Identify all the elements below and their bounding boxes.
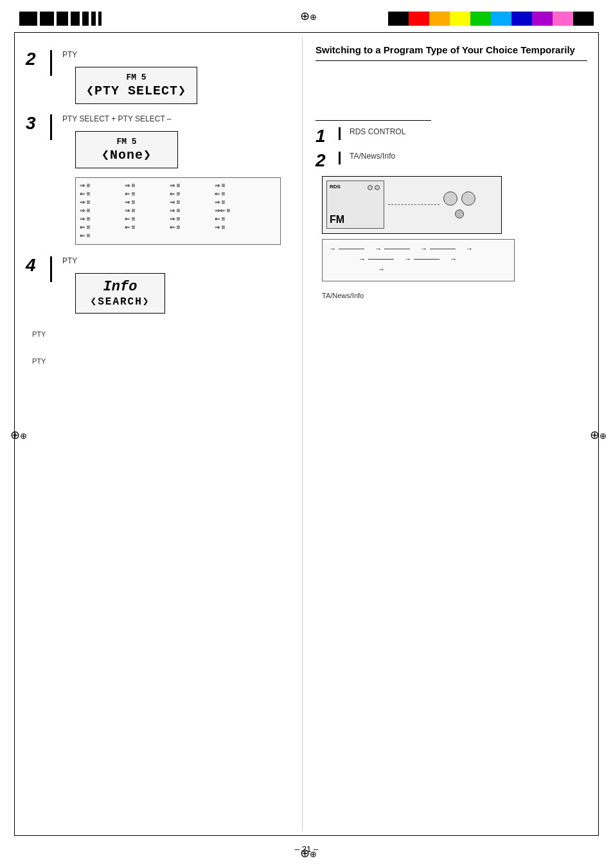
pty-cell-4d: ⇒⇐ ≡: [215, 207, 253, 214]
pty-cell-3b: ⇒ ≡: [125, 199, 163, 206]
pty-cell-5b: ⇐ ≡: [125, 215, 163, 222]
page-number: – 21 –: [295, 844, 318, 854]
color-block-purple: [532, 12, 553, 26]
flow-item-2b: →――――: [404, 255, 440, 263]
pty-row-4: ⇒ ≡ ⇒ ≡ ⇒ ≡ ⇒⇐ ≡: [80, 207, 276, 214]
pty-cell-5c: ⇒ ≡: [170, 215, 208, 222]
color-block-green: [470, 12, 491, 26]
step-3-row: 3 PTY SELECT + PTY SELECT – FM 5 ❮None❯ …: [26, 114, 296, 250]
right-step-2-content: TA/News/Info: [350, 152, 587, 164]
small-knob: [455, 209, 464, 218]
step-4-content: PTY Info ❮SEARCH❯: [62, 256, 296, 317]
black-block-5: [82, 12, 89, 26]
black-block-2: [40, 12, 54, 26]
flow-item-2c: →: [450, 255, 457, 263]
radio-fm-label: FM: [330, 214, 344, 226]
pty-cell-3d: ⇒ ≡: [215, 199, 253, 206]
lcd1-line2: ❮PTY SELECT❯: [86, 82, 186, 98]
knob-1: [368, 185, 373, 190]
reg-mark-top: ⊕: [300, 9, 313, 22]
black-block-7: [98, 12, 102, 26]
right-step-2-row: 2 TA/News/Info: [315, 152, 587, 170]
left-column: 2 PTY FM 5 ❮PTY SELECT❯ 3 PTY SELECT + P…: [19, 37, 302, 831]
pty-cell-2d: ⇐ ≡: [215, 190, 253, 197]
step-2-content: PTY FM 5 ❮PTY SELECT❯: [62, 50, 296, 108]
color-block-black: [388, 12, 409, 26]
flow-item-1c: →――――: [420, 245, 456, 252]
pty-row-5: ⇒ ≡ ⇐ ≡ ⇒ ≡ ⇐ ≡: [80, 215, 276, 222]
color-block-black2: [573, 12, 594, 26]
black-block-3: [57, 12, 68, 26]
pty-cell-2a: ⇐ ≡: [80, 190, 118, 197]
flow-row-1: →―――― →―――― →―――― →: [329, 245, 508, 252]
rds-label: RDS: [330, 184, 341, 190]
flow-item-2a: →――――: [359, 255, 394, 263]
left-notes: PTY PTY: [32, 330, 296, 365]
flow-item-3a: →: [378, 265, 385, 273]
step-3-content: PTY SELECT + PTY SELECT – FM 5 ❮None❯ ⇒ …: [62, 114, 296, 250]
radio-top-knobs: [443, 191, 475, 206]
color-block-yellow: [450, 12, 470, 26]
lcd-info-search: Info ❮SEARCH❯: [75, 273, 165, 314]
flow-item-1a: →――――: [329, 245, 364, 252]
main-content: 2 PTY FM 5 ❮PTY SELECT❯ 3 PTY SELECT + P…: [19, 37, 594, 831]
section-title: Switching to a Program Type of Your Choi…: [315, 44, 587, 61]
left-note-2: PTY: [32, 357, 296, 365]
border-top: [14, 32, 599, 33]
lcd-pty-select: FM 5 ❮PTY SELECT❯: [75, 67, 197, 104]
pty-cell-1d: ⇒ ≡: [215, 182, 253, 189]
lcd2-line1: FM 5: [86, 137, 167, 146]
pty-cell-7a: ⇐ ≡: [80, 232, 118, 239]
knob-2: [375, 185, 380, 190]
pty-row-1: ⇒ ≡ ⇒ ≡ ⇒ ≡ ⇒ ≡: [80, 182, 276, 189]
step-4-label: PTY: [62, 256, 296, 265]
border-left: [14, 32, 15, 836]
border-bottom: [14, 835, 599, 836]
pty-cell-4c: ⇒ ≡: [170, 207, 208, 214]
right-divider: [315, 120, 431, 121]
color-block-pink: [553, 12, 573, 26]
step-4-number: 4: [26, 256, 45, 274]
pty-cell-6a: ⇐ ≡: [80, 224, 118, 231]
right-step-2-bar: [339, 152, 341, 164]
radio-display-panel: RDS FM: [326, 181, 384, 229]
pty-cell-1b: ⇒ ≡: [125, 182, 163, 189]
step-3-label: PTY SELECT + PTY SELECT –: [62, 114, 296, 123]
lcd1-line1: FM 5: [86, 73, 186, 82]
flow-row-2: →―――― →―――― →: [329, 255, 508, 263]
pty-cell-1a: ⇒ ≡: [80, 182, 118, 189]
radio-device-illustration: RDS FM: [322, 176, 502, 234]
flow-row-3: →: [329, 265, 508, 273]
color-block-cyan: [491, 12, 511, 26]
big-knob-1: [443, 191, 458, 206]
pty-row-3: ⇒ ≡ ⇒ ≡ ⇒ ≡ ⇒ ≡: [80, 199, 276, 206]
pty-cell-4a: ⇒ ≡: [80, 207, 118, 214]
flow-box: →―――― →―――― →―――― → →―――― →―――― → →: [322, 239, 515, 281]
radio-knobs-top: [368, 185, 380, 190]
step-2-bar: [50, 50, 52, 76]
pty-cell-1c: ⇒ ≡: [170, 182, 208, 189]
border-right: [598, 32, 599, 836]
pty-cell-4b: ⇒ ≡: [125, 207, 163, 214]
black-block-1: [19, 12, 37, 26]
step-4-row: 4 PTY Info ❮SEARCH❯: [26, 256, 296, 317]
pty-cell-6c: ⇐ ≡: [170, 224, 208, 231]
lcd-none: FM 5 ❮None❯: [75, 131, 178, 168]
right-step-1-content: RDS CONTROL: [350, 127, 587, 140]
step-3-bar: [50, 114, 52, 140]
right-step-2-num: 2: [315, 152, 335, 170]
pty-cell-2b: ⇐ ≡: [125, 190, 163, 197]
black-block-6: [91, 12, 96, 26]
pty-cell-3a: ⇒ ≡: [80, 199, 118, 206]
pty-cell-5d: ⇐ ≡: [215, 215, 253, 222]
radio-connect-line: [388, 204, 440, 205]
pty-row-6: ⇐ ≡ ⇐ ≡ ⇐ ≡ ⇒ ≡: [80, 224, 276, 231]
color-block-red: [409, 12, 429, 26]
color-block-orange: [429, 12, 450, 26]
color-bar-right: [388, 12, 594, 26]
step-2-number: 2: [26, 50, 45, 68]
pty-row-2: ⇐ ≡ ⇐ ≡ ⇐ ≡ ⇐ ≡: [80, 190, 276, 197]
pty-table: ⇒ ≡ ⇒ ≡ ⇒ ≡ ⇒ ≡ ⇐ ≡ ⇐ ≡ ⇐ ≡ ⇐ ≡ ⇒ ≡: [75, 177, 281, 245]
black-bar-left: [19, 12, 102, 26]
radio-knobs-panel: [443, 191, 475, 218]
